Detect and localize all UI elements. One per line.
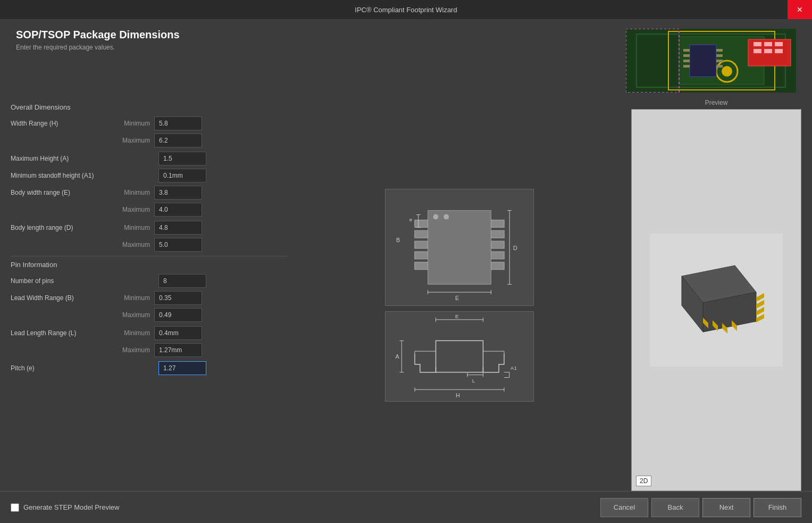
svg-rect-32 bbox=[491, 230, 504, 238]
svg-rect-9 bbox=[764, 49, 772, 53]
svg-point-24 bbox=[433, 214, 438, 219]
next-button[interactable]: Next bbox=[702, 498, 750, 517]
svg-text:E: E bbox=[455, 295, 459, 301]
svg-text:A1: A1 bbox=[510, 364, 517, 370]
field-group-width-range: Width Range (H) Minimum Maximum bbox=[11, 117, 287, 147]
svg-text:D: D bbox=[513, 244, 517, 251]
label-body-length: Body length range (D) bbox=[11, 224, 117, 231]
close-button[interactable]: ✕ bbox=[788, 0, 812, 19]
svg-text:B: B bbox=[396, 237, 400, 243]
label-width-range: Width Range (H) bbox=[11, 120, 117, 127]
input-pitch[interactable] bbox=[158, 361, 206, 375]
field-row-body-length-min: Body length range (D) Minimum bbox=[11, 221, 287, 235]
label-pitch: Pitch (e) bbox=[11, 364, 117, 372]
field-row-num-pins: Number of pins bbox=[11, 274, 287, 288]
svg-rect-34 bbox=[491, 251, 504, 259]
svg-point-12 bbox=[722, 66, 732, 77]
svg-rect-33 bbox=[491, 241, 504, 248]
field-row-body-length-max: Maximum bbox=[11, 238, 287, 252]
label-body-width: Body width range (E) bbox=[11, 189, 117, 196]
preview-3d-svg bbox=[650, 234, 783, 367]
main-window: IPC® Compliant Footprint Wizard ✕ SOP/TS… bbox=[0, 0, 812, 523]
field-group-body-length: Body length range (D) Minimum Maximum bbox=[11, 221, 287, 252]
field-row-lead-length-min: Lead Length Range (L) Minimum bbox=[11, 326, 287, 340]
svg-rect-15 bbox=[683, 54, 690, 57]
main-content: Overall Dimensions Width Range (H) Minim… bbox=[0, 99, 812, 491]
footer-left: Generate STEP Model Preview bbox=[11, 503, 119, 512]
left-panel: Overall Dimensions Width Range (H) Minim… bbox=[11, 99, 287, 491]
footer-buttons: Cancel Back Next Finish bbox=[600, 498, 801, 517]
svg-rect-10 bbox=[775, 49, 783, 53]
page-title: SOP/TSOP Package Dimensions bbox=[16, 29, 180, 41]
label-body-width-max: Maximum bbox=[117, 206, 154, 213]
svg-rect-27 bbox=[414, 230, 428, 238]
section-pin-information: Pin Information bbox=[11, 261, 287, 269]
label-lead-width-min: Minimum bbox=[117, 294, 154, 302]
field-group-body-width: Body width range (E) Minimum Maximum bbox=[11, 186, 287, 217]
svg-rect-8 bbox=[754, 49, 761, 53]
label-body-width-min: Minimum bbox=[117, 189, 154, 196]
preview-label: Preview bbox=[631, 99, 801, 106]
label-width-max: Maximum bbox=[117, 137, 154, 144]
label-lead-width: Lead Width Range (B) bbox=[11, 294, 117, 302]
input-lead-width-min[interactable] bbox=[154, 291, 202, 305]
svg-rect-31 bbox=[491, 220, 504, 227]
footer: Generate STEP Model Preview Cancel Back … bbox=[0, 491, 812, 523]
svg-text:e: e bbox=[409, 217, 412, 222]
svg-rect-28 bbox=[414, 241, 428, 248]
input-lead-length-min[interactable] bbox=[154, 326, 202, 340]
label-body-length-min: Minimum bbox=[117, 224, 154, 231]
pcb-thumbnail bbox=[626, 29, 796, 93]
label-min-standoff: Minimum standoff height (A1) bbox=[11, 172, 117, 179]
field-group-lead-length: Lead Length Range (L) Minimum Maximum bbox=[11, 326, 287, 357]
input-lead-width-max[interactable] bbox=[154, 308, 202, 322]
label-num-pins: Number of pins bbox=[11, 277, 117, 285]
svg-rect-20 bbox=[716, 60, 723, 62]
field-row-min-standoff: Minimum standoff height (A1) bbox=[11, 169, 287, 182]
svg-point-25 bbox=[443, 214, 449, 219]
cancel-button[interactable]: Cancel bbox=[600, 498, 648, 517]
svg-text:E: E bbox=[455, 313, 459, 319]
input-min-standoff[interactable] bbox=[158, 169, 206, 182]
preview-3d-box: 2D bbox=[631, 109, 801, 491]
svg-rect-14 bbox=[683, 49, 690, 52]
back-button[interactable]: Back bbox=[651, 498, 699, 517]
input-max-height[interactable] bbox=[158, 152, 206, 165]
input-num-pins[interactable] bbox=[158, 274, 206, 288]
header-text: SOP/TSOP Package Dimensions Enter the re… bbox=[16, 29, 180, 51]
input-width-min[interactable] bbox=[154, 117, 202, 130]
svg-rect-23 bbox=[428, 210, 491, 284]
center-panel: e D E B bbox=[292, 99, 626, 491]
field-row-lead-width-max: Maximum bbox=[11, 308, 287, 322]
page-subtitle: Enter the required package values. bbox=[16, 44, 180, 51]
svg-rect-6 bbox=[764, 42, 772, 46]
input-body-width-min[interactable] bbox=[154, 186, 202, 200]
input-body-length-max[interactable] bbox=[154, 238, 202, 252]
step-model-checkbox[interactable] bbox=[11, 503, 19, 512]
window-title: IPC® Compliant Footprint Wizard bbox=[355, 6, 457, 14]
field-row-width-min: Width Range (H) Minimum bbox=[11, 117, 287, 130]
input-body-width-max[interactable] bbox=[154, 203, 202, 217]
svg-rect-5 bbox=[754, 42, 761, 46]
svg-rect-17 bbox=[683, 65, 690, 68]
field-row-max-height: Maximum Height (A) bbox=[11, 152, 287, 165]
header-section: SOP/TSOP Package Dimensions Enter the re… bbox=[0, 19, 812, 99]
input-width-max[interactable] bbox=[154, 134, 202, 147]
field-row-body-width-max: Maximum bbox=[11, 203, 287, 217]
preview-2d-button[interactable]: 2D bbox=[636, 476, 651, 486]
svg-text:A: A bbox=[395, 353, 399, 359]
label-lead-length-max: Maximum bbox=[117, 346, 154, 354]
field-row-lead-length-max: Maximum bbox=[11, 343, 287, 357]
finish-button[interactable]: Finish bbox=[754, 498, 801, 517]
right-panel: Preview bbox=[631, 99, 801, 491]
svg-rect-35 bbox=[491, 262, 504, 269]
input-body-length-min[interactable] bbox=[154, 221, 202, 235]
label-body-length-max: Maximum bbox=[117, 241, 154, 248]
svg-rect-19 bbox=[716, 54, 723, 57]
pcb-thumbnail-svg bbox=[626, 29, 796, 93]
field-row-body-width-min: Body width range (E) Minimum bbox=[11, 186, 287, 200]
field-row-lead-width-min: Lead Width Range (B) Minimum bbox=[11, 291, 287, 305]
top-view-diagram: e D E B bbox=[385, 189, 534, 306]
section-overall-dimensions: Overall Dimensions bbox=[11, 103, 287, 111]
input-lead-length-max[interactable] bbox=[154, 343, 202, 357]
